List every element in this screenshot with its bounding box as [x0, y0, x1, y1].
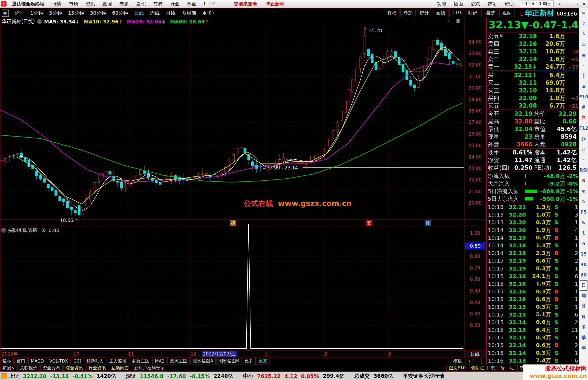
- indicator-tab-私募主图[interactable]: 私募主图: [130, 358, 152, 364]
- template-button[interactable]: 模板: [451, 358, 464, 364]
- tick-row[interactable]: 10:1432.181.3万S1: [487, 242, 579, 249]
- period-day[interactable]: 日: [580, 280, 587, 291]
- period-week[interactable]: 周: [580, 291, 588, 301]
- zixuan-icon[interactable]: 自: [580, 113, 588, 123]
- menu-市场[interactable]: 市场: [65, 1, 82, 7]
- toolbar-button-返回[interactable]: 返回: [499, 9, 514, 17]
- period-5[interactable]: 5: [580, 238, 588, 249]
- main-chart-canvas[interactable]: 34.0033.0032.0031.0030.0029.0028.0027.00…: [0, 18, 486, 357]
- mini-tab-细[interactable]: 细: [508, 365, 517, 371]
- menu-L1L2[interactable]: L1L2: [200, 1, 219, 7]
- tick-row[interactable]: 10:1632.137.4万S6: [487, 357, 579, 364]
- indicator-tab-主力监控[interactable]: 主力监控: [107, 358, 129, 364]
- period-tab-分时[interactable]: 分时: [11, 10, 27, 16]
- period-tab-更多〉[interactable]: 更多〉: [199, 10, 220, 16]
- indicator-tab-窗口[interactable]: 窗口: [14, 358, 28, 364]
- bid-row[interactable]: 买一32.12↓6.4万: [487, 71, 579, 79]
- tick-row[interactable]: 10:1332.211.3万S1: [487, 203, 579, 211]
- tick-row[interactable]: 10:1332.201.0万S3: [487, 211, 579, 218]
- menu-专题[interactable]: 专题: [116, 1, 133, 7]
- period-year[interactable]: 年: [580, 343, 588, 354]
- multi-window-icon[interactable]: ▣: [580, 81, 588, 92]
- period-tab-多周期[interactable]: 多周期: [179, 10, 199, 16]
- tick-row[interactable]: 10:1432.190.3万B1: [487, 234, 579, 242]
- extension-tab-综合资讯[interactable]: 综合资讯: [63, 365, 85, 371]
- status-segment-上证[interactable]: 上证3232.20-13.18-0.41%1420亿: [9, 373, 120, 380]
- extension-tab-扩展∧[interactable]: 扩展∧: [0, 365, 17, 371]
- period-tab-周线[interactable]: 周线: [147, 10, 163, 16]
- tick-row[interactable]: 10:1532.1624.1万S6: [487, 272, 579, 280]
- extension-tab-互动问答[interactable]: 互动问答: [109, 365, 131, 371]
- tick-row[interactable]: 10:1532.190.6万S2: [487, 257, 579, 265]
- tick-row[interactable]: 10:1532.140.6万B2: [487, 341, 579, 349]
- toolbar-button-F10[interactable]: F10: [449, 9, 464, 17]
- menu-帮助[interactable]: 帮助: [501, 1, 517, 7]
- button-侧边栏《[interactable]: 侧边栏《: [469, 365, 491, 371]
- extension-tab-新用户福利专享[interactable]: 新用户福利专享: [132, 365, 167, 371]
- indicator-tab-MACD[interactable]: MACD: [28, 358, 46, 364]
- status-segment-总成交[interactable]: 总成交3660亿: [354, 373, 397, 380]
- indicator-tab-测试主图[interactable]: 测试主图: [167, 358, 190, 364]
- extension-tab-关联报价[interactable]: 关联报价: [17, 365, 40, 371]
- indicator-tab-MA2[interactable]: MA2: [152, 358, 167, 364]
- chart-corner-icons[interactable]: ◇ ▣: [446, 18, 463, 23]
- menu-热点[interactable]: 热点: [183, 1, 200, 7]
- period-tab-1分钟[interactable]: 1分钟: [27, 10, 46, 16]
- tick-row[interactable]: 10:1532.155.1万S6: [487, 311, 579, 318]
- bid-row[interactable]: 买二32.1169.0万: [487, 79, 579, 87]
- status-icon[interactable]: [1, 373, 7, 379]
- indicator-tab-更多[interactable]: 更多: [242, 358, 256, 364]
- tree-icon[interactable]: #: [580, 102, 588, 113]
- toolbar-button-复权[interactable]: 复权: [384, 9, 399, 17]
- period-tab-60分钟[interactable]: 60分钟: [109, 10, 131, 16]
- f10-icon[interactable]: F10: [580, 92, 588, 102]
- move-icon[interactable]: ⊕: [580, 186, 588, 197]
- event-marker-财[interactable]: 财: [425, 220, 431, 226]
- toolbar-button-叠加[interactable]: 叠加: [400, 9, 416, 17]
- period-n[interactable]: N: [580, 312, 588, 322]
- toolbar-button-标记[interactable]: 标记: [465, 9, 480, 17]
- menu-发现[interactable]: 发现: [133, 1, 149, 7]
- tick-row[interactable]: 10:1532.136.4万S11: [487, 326, 579, 334]
- tick-row[interactable]: 10:1332.200.3万S1: [487, 218, 579, 226]
- chart-area[interactable]: 华正新材(日线) ⌄ MA5: 33.34↓MA10: 32.96↑MA20: …: [0, 18, 486, 357]
- tick-row[interactable]: 10:1432.201.9万B4: [487, 226, 579, 234]
- period-30[interactable]: 30: [580, 259, 588, 270]
- indicator-tab-趋势动力[interactable]: 趋势动力: [84, 358, 106, 364]
- mini-tab-笔[interactable]: 笔: [488, 365, 497, 371]
- tick-row[interactable]: 10:1532.161.9万S1: [487, 280, 579, 288]
- menu-功能[interactable]: 功能: [433, 1, 450, 7]
- mini-tab-价[interactable]: 价: [498, 365, 507, 371]
- status-segment-平安证券长沙行情[interactable]: 平安证券长沙行情: [403, 373, 448, 380]
- page-up-icon[interactable]: ⇧: [580, 18, 588, 29]
- alert-text[interactable]: 交易未登录: [230, 1, 262, 7]
- status-segment-中小[interactable]: 中小7625.224.120.05%299.4亿: [243, 373, 348, 380]
- tick-row[interactable]: 10:1532.150.3万S1: [487, 303, 579, 311]
- wave-icon[interactable]: ~: [580, 154, 588, 165]
- period-multi[interactable]: 多: [580, 322, 588, 333]
- restore-button[interactable]: □: [572, 1, 580, 7]
- f5-icon[interactable]: F5: [580, 207, 588, 218]
- menu-资讯[interactable]: 资讯: [82, 1, 99, 7]
- period-tab-30分钟[interactable]: 30分钟: [87, 10, 109, 16]
- indicator-tab-测试幅图A[interactable]: 测试幅图A: [190, 358, 216, 364]
- toolbar-button-统计[interactable]: 统计: [417, 9, 432, 17]
- menu-版面[interactable]: 版面: [450, 1, 467, 7]
- period-tab-月线[interactable]: 月线: [163, 10, 179, 16]
- indicator-tab-指标[interactable]: 指标: [0, 358, 14, 364]
- ask-row[interactable]: 卖四32.1620.6万: [487, 40, 579, 48]
- button-图文F10[interactable]: 图文F10: [446, 365, 468, 371]
- quote-grid-icon[interactable]: ▦: [580, 50, 588, 60]
- tick-row[interactable]: 10:1532.130.3万S1: [487, 334, 579, 341]
- ask-row[interactable]: 卖五¥32.181.6万: [487, 32, 579, 40]
- collapse-icon[interactable]: ⌄: [1, 228, 6, 233]
- ask-row[interactable]: 卖二32.141.6万+5: [487, 55, 579, 63]
- menu-行业[interactable]: 行业: [166, 1, 183, 7]
- menu-行情[interactable]: 行情: [48, 1, 65, 7]
- period-1[interactable]: 1: [580, 228, 588, 239]
- toolbar-button-画线[interactable]: 画线: [433, 9, 448, 17]
- ask-row[interactable]: 卖一32.13↓24.7万+77: [487, 63, 579, 71]
- bid-row[interactable]: 买五32.086.7万+21: [487, 102, 579, 110]
- menu-交易[interactable]: 交易: [149, 1, 166, 7]
- period-15[interactable]: 15: [580, 249, 588, 260]
